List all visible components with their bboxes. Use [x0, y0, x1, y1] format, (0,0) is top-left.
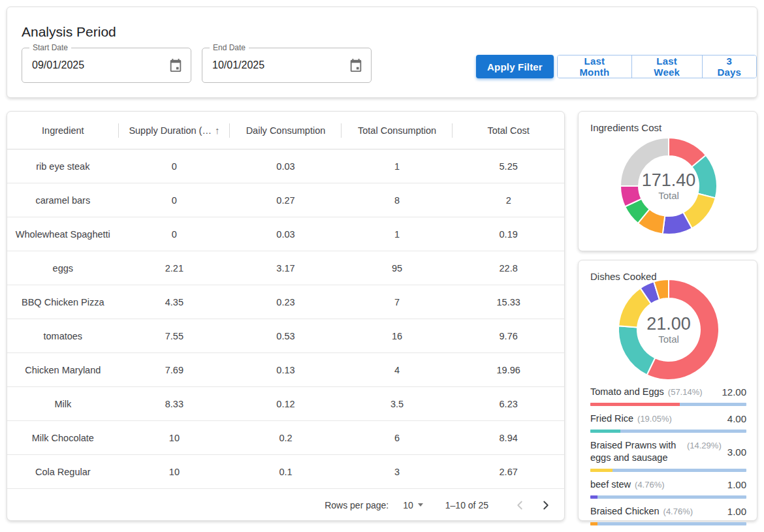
sort-asc-icon[interactable]: ↑	[215, 125, 220, 136]
table-header: Ingredient Supply Duration (…↑ Daily Con…	[7, 112, 564, 149]
table-row[interactable]: Milk8.330.123.56.23	[7, 387, 564, 421]
table-cell: 0.1	[230, 467, 342, 477]
legend-percent: (57.14%)	[668, 387, 703, 397]
table-row[interactable]: Milk Chocolate100.268.94	[7, 421, 564, 455]
table-cell: 0.27	[230, 195, 342, 206]
table-row[interactable]: rib eye steak00.0315.25	[7, 149, 564, 183]
table-cell: 0.03	[230, 161, 342, 172]
start-date-field[interactable]: Start Date	[22, 48, 191, 83]
calendar-icon[interactable]	[168, 58, 183, 72]
legend-progress-fill	[590, 430, 620, 433]
table-cell: 3.17	[230, 263, 342, 274]
table-cell: 3.5	[342, 399, 453, 409]
end-date-field[interactable]: End Date	[202, 48, 372, 83]
donut-segment[interactable]	[618, 326, 655, 375]
table-cell: 0	[119, 161, 231, 172]
legend-label: Braised Prawns with eggs and sausage	[590, 439, 683, 464]
table-cell: BBQ Chicken Pizza	[7, 297, 119, 307]
table-cell: rib eye steak	[7, 161, 119, 172]
table-cell: 5.25	[453, 161, 564, 172]
dropdown-caret-icon	[418, 503, 423, 507]
table-cell: 19.96	[453, 365, 564, 375]
table-cell: 0	[119, 195, 231, 206]
column-header-supply-duration[interactable]: Supply Duration (…↑	[119, 125, 231, 136]
table-row[interactable]: eggs2.213.179522.8	[7, 251, 564, 285]
table-cell: 7.69	[119, 365, 231, 375]
table-row[interactable]: Chicken Maryland7.690.13419.96	[7, 353, 564, 387]
three-days-button[interactable]: 3 Days	[703, 55, 756, 78]
calendar-icon[interactable]	[349, 58, 363, 72]
table-cell: 6.23	[453, 399, 564, 409]
table-cell: 95	[342, 263, 453, 274]
ingredients-cost-title: Ingredients Cost	[590, 122, 661, 133]
table-cell: 2.21	[119, 263, 231, 274]
analysis-period-card: Analysis Period Start Date End Date Appl…	[7, 7, 757, 98]
legend-item: Fried Rice(19.05%)4.00	[590, 413, 746, 433]
legend-label: Braised Chicken	[590, 505, 660, 518]
pagination-range: 1–10 of 25	[445, 500, 488, 510]
table-cell: 0	[119, 229, 231, 240]
table-cell: 10	[119, 433, 231, 443]
legend-progress-track	[590, 469, 746, 472]
content-row: Ingredient Supply Duration (…↑ Daily Con…	[7, 111, 757, 521]
legend-value: 3.00	[727, 446, 746, 458]
table-cell: 8.33	[119, 399, 231, 409]
legend-progress-fill	[590, 522, 597, 525]
table-cell: 0.23	[230, 297, 342, 307]
table-cell: Milk	[7, 399, 119, 409]
analysis-period-title: Analysis Period	[22, 24, 116, 40]
table-cell: 0.19	[453, 229, 564, 240]
legend-item: Tomato and Eggs(57.14%)12.00	[590, 386, 746, 406]
legend-percent: (19.05%)	[637, 414, 672, 424]
column-header-total-cost[interactable]: Total Cost	[453, 125, 564, 136]
legend-percent: (4.76%)	[635, 480, 665, 490]
legend-item: beef stew(4.76%)1.00	[590, 478, 746, 499]
rows-per-page-select[interactable]: 10	[403, 500, 423, 510]
legend-value: 1.00	[727, 479, 746, 490]
legend-value: 4.00	[727, 413, 746, 424]
donut-segment[interactable]	[620, 138, 669, 186]
end-date-input[interactable]	[212, 48, 340, 82]
legend-label: Tomato and Eggs	[590, 386, 664, 398]
table-cell: 0.2	[230, 433, 342, 443]
start-date-input[interactable]	[32, 48, 159, 82]
apply-filter-button[interactable]: Apply Filter	[476, 55, 554, 78]
column-header-ingredient[interactable]: Ingredient	[7, 125, 119, 136]
quick-filter-group: Last Month Last Week 3 Days	[557, 55, 757, 78]
table-cell: Cola Regular	[7, 467, 119, 477]
table-cell: 7	[342, 297, 453, 307]
legend-percent: (4.76%)	[663, 507, 693, 516]
column-header-total-consumption[interactable]: Total Consumption	[342, 125, 453, 136]
table-cell: 1	[342, 229, 453, 240]
table-row[interactable]: Wholewheat Spaghetti00.0310.19	[7, 217, 564, 251]
dishes-legend: Tomato and Eggs(57.14%)12.00Fried Rice(1…	[590, 386, 746, 532]
legend-progress-fill	[590, 403, 680, 406]
table-cell: 22.8	[453, 263, 564, 274]
table-cell: 0.12	[230, 399, 342, 409]
previous-page-button[interactable]	[511, 496, 529, 514]
table-cell: 6	[342, 433, 453, 443]
legend-value: 1.00	[727, 506, 746, 517]
legend-progress-track	[590, 403, 746, 406]
table-row[interactable]: BBQ Chicken Pizza4.350.23715.33	[7, 285, 564, 319]
legend-item: Braised Prawns with eggs and sausage(14.…	[590, 439, 746, 472]
table-row[interactable]: caramel bars00.2782	[7, 183, 564, 217]
legend-progress-track	[590, 430, 746, 433]
legend-percent: (14.29%)	[687, 441, 722, 450]
table-cell: 9.76	[453, 331, 564, 341]
column-header-daily-consumption[interactable]: Daily Consumption	[230, 125, 342, 136]
next-page-button[interactable]	[537, 496, 555, 514]
table-row[interactable]: Cola Regular100.132.67	[7, 455, 564, 489]
last-week-button[interactable]: Last Week	[632, 55, 703, 78]
last-month-button[interactable]: Last Month	[558, 55, 632, 78]
ingredients-cost-donut	[619, 136, 718, 236]
charts-column: Ingredients Cost 171.40 Total Dishes Coo…	[578, 111, 757, 521]
table-cell: 0.03	[230, 229, 342, 240]
table-cell: 3	[342, 467, 453, 477]
table-cell: 4.35	[119, 297, 231, 307]
table-row[interactable]: tomatoes7.550.53169.76	[7, 319, 564, 353]
rows-per-page-label: Rows per page:	[325, 500, 389, 510]
table-cell: 4	[342, 365, 453, 375]
table-cell: 7.55	[119, 331, 231, 341]
table-cell: 0.13	[230, 365, 342, 375]
